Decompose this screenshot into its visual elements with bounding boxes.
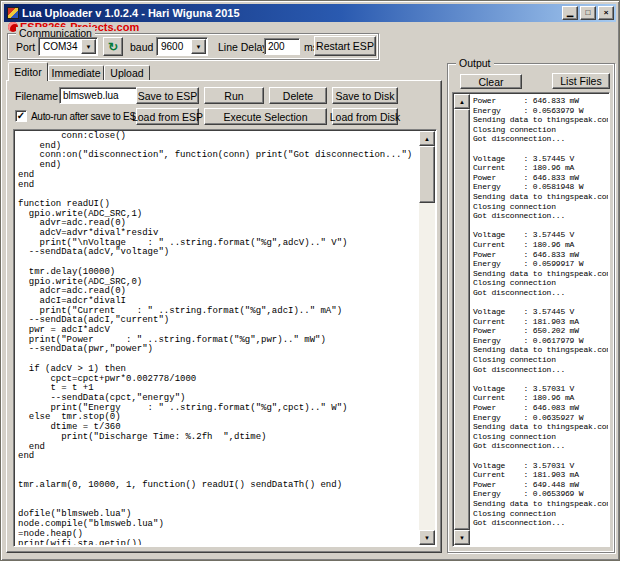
refresh-icon: ↻ [108,40,118,54]
baud-value: 9600 [158,39,191,54]
save-to-disk-button[interactable]: Save to Disk [332,87,398,104]
list-files-button[interactable]: List Files [552,73,610,89]
close-button[interactable]: × [598,6,614,20]
output-scrollbar: ▲ ▼ [454,94,470,545]
scroll-down-icon: ▼ [459,535,465,541]
editor-scrollbar: ▲ ▼ [419,131,435,545]
minimize-button[interactable]: ▁ [562,6,578,20]
clear-button[interactable]: Clear [460,74,522,89]
window-title: Lua Uploader v 1.0.2.4 - Hari Wiguna 201… [22,7,560,19]
baud-label: baud [130,41,153,53]
maximize-icon: □ [586,9,591,17]
autorun-label: Auto-run after save to ESP [31,111,142,122]
tab-editor[interactable]: Editor [8,62,48,81]
port-label: Port [16,41,35,53]
code-text[interactable]: conn:close() end) conn:on("disconnection… [15,131,419,545]
line-delay-label: Line Delay [218,41,268,53]
refresh-port-button[interactable]: ↻ [103,37,123,56]
scroll-up-icon: ▲ [424,136,430,142]
autorun-checkbox[interactable]: ✓ [15,110,27,122]
scroll-up-button[interactable]: ▲ [419,131,435,146]
app-window: Lua Uploader v 1.0.2.4 - Hari Wiguna 201… [0,0,620,561]
baud-select[interactable]: 9600 ▼ [156,37,208,56]
output-group: Output Clear List Files ▲ ▼ Power : 646.… [447,63,615,553]
code-editor[interactable]: conn:close() end) conn:on("disconnection… [13,129,437,547]
titlebar: Lua Uploader v 1.0.2.4 - Hari Wiguna 201… [4,4,616,22]
chevron-down-icon: ▼ [86,44,92,50]
minimize-icon: ▁ [567,9,573,17]
scroll-up-icon: ▲ [459,99,465,105]
filename-input[interactable] [59,87,137,104]
output-box: ▲ ▼ Power : 646.833 mW Energy : 0.056397… [452,92,610,547]
scroll-down-icon: ▼ [424,535,430,541]
scroll-up-button[interactable]: ▲ [454,94,470,109]
editor-panel: Filename: Save to ESP Run Delete Save to… [6,80,442,553]
restart-esp-button[interactable]: Restart ESP [314,36,376,56]
scroll-thumb[interactable] [419,146,435,203]
app-icon [7,7,19,19]
output-group-label: Output [456,57,494,69]
tab-immediate[interactable]: Immediate [48,65,104,80]
port-value: COM34 [40,39,81,54]
scroll-thumb[interactable] [454,109,470,530]
maximize-button[interactable]: □ [580,6,596,20]
port-dropdown-button[interactable]: ▼ [81,39,96,54]
delete-button[interactable]: Delete [269,87,327,104]
chevron-down-icon: ▼ [196,44,202,50]
close-icon: × [604,9,609,17]
communication-group: Communication Port COM34 ▼ ↻ baud 9600 ▼… [7,33,379,60]
load-from-disk-button[interactable]: Load from Disk [332,108,398,125]
output-text: Power : 646.833 mW Energy : 0.0563979 W … [470,94,608,545]
check-icon: ✓ [17,111,25,120]
port-select[interactable]: COM34 ▼ [38,37,98,56]
scroll-down-button[interactable]: ▼ [419,530,435,545]
execute-selection-button[interactable]: Execute Selection [204,108,327,125]
filename-label: Filename: [15,90,61,102]
baud-dropdown-button[interactable]: ▼ [191,39,206,54]
scroll-down-button[interactable]: ▼ [454,530,470,545]
run-button[interactable]: Run [204,87,264,104]
save-to-esp-button[interactable]: Save to ESP [136,87,199,104]
tab-upload[interactable]: Upload [104,65,150,80]
load-from-esp-button[interactable]: Load from ESP [136,108,199,125]
line-delay-input[interactable] [264,38,300,55]
